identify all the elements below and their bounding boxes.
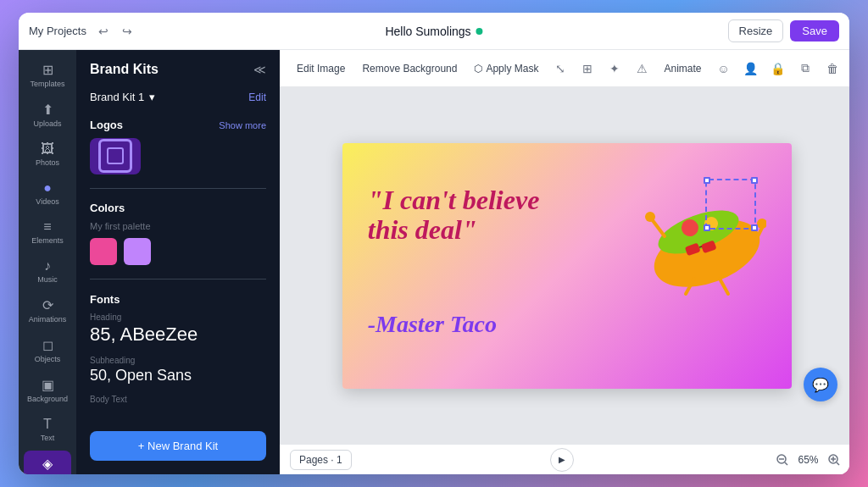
person-button[interactable]: 👤 <box>739 57 763 80</box>
logo-preview[interactable] <box>90 138 141 174</box>
color-swatches <box>90 238 266 265</box>
zoom-level: 65% <box>798 454 818 466</box>
sidebar-label-elements: Elements <box>31 236 64 245</box>
sidebar-label-text: Text <box>41 434 55 442</box>
svg-line-17 <box>837 462 839 465</box>
music-icon: ♪ <box>44 258 51 274</box>
bottom-bar: Pages · 1 ▶ 65% <box>280 444 849 474</box>
edit-image-button[interactable]: Edit Image <box>290 59 352 78</box>
swatch-purple[interactable] <box>124 238 151 265</box>
colors-section-header: Colors <box>76 191 280 221</box>
resize-button[interactable]: Resize <box>728 19 784 42</box>
lock-button[interactable]: 🔒 <box>766 57 790 80</box>
show-more-logos[interactable]: Show more <box>219 120 266 130</box>
elements-icon: ≡ <box>43 219 51 235</box>
svg-line-7 <box>652 219 665 236</box>
chat-button[interactable]: 💬 <box>804 368 837 401</box>
animations-icon: ⟳ <box>42 297 53 313</box>
new-brand-kit-button[interactable]: + New Brand Kit <box>90 431 266 461</box>
font-item-body: Body Text <box>90 395 266 404</box>
top-bar-right: Resize Save <box>728 19 839 42</box>
sidebar-item-music[interactable]: ♪ Music <box>24 253 71 289</box>
brand-kit-selector: Brand Kit 1 ▾ Edit <box>76 86 280 108</box>
undo-button[interactable]: ↩ <box>93 21 114 42</box>
apply-mask-button[interactable]: ⬡ Apply Mask <box>467 59 545 78</box>
undo-redo-group: ↩ ↪ <box>93 21 137 42</box>
handle-br <box>751 224 758 231</box>
sidebar-item-videos[interactable]: ● Videos <box>24 175 71 211</box>
toolbar-right: ☺ 👤 🔒 ⧉ 🗑 <box>712 57 844 80</box>
remove-bg-button[interactable]: Remove Background <box>355 59 464 78</box>
top-bar: My Projects ↩ ↪ Hello Sumolings Resize S… <box>19 13 849 50</box>
brand-kit-name[interactable]: Brand Kit 1 ▾ <box>90 91 155 103</box>
sidebar-item-text[interactable]: T Text <box>24 412 71 447</box>
canvas[interactable]: "I can't believe this deal" -Master Taco <box>342 143 792 389</box>
colors-section: My first palette <box>76 221 280 275</box>
editor-toolbar: Edit Image Remove Background ⬡ Apply Mas… <box>280 50 849 87</box>
uploads-icon: ⬆ <box>42 102 53 118</box>
sidebar-label-brand-kits: Brand Kits <box>30 473 65 474</box>
canvas-attribution: -Master Taco <box>368 311 497 338</box>
fonts-section: Heading 85, ABeeZee Subheading 50, Open … <box>76 313 280 424</box>
status-dot <box>476 28 483 35</box>
panel-header: Brand Kits ≪ <box>76 50 280 86</box>
sidebar-label-photos: Photos <box>36 158 59 167</box>
play-button[interactable]: ▶ <box>550 448 574 472</box>
main-content: ⊞ Templates ⬆ Uploads 🖼 Photos ● Videos … <box>19 50 849 474</box>
sidebar-item-photos[interactable]: 🖼 Photos <box>24 136 71 172</box>
subheading-value[interactable]: 50, Open Sans <box>90 367 266 385</box>
colors-title: Colors <box>90 202 125 214</box>
crop-button[interactable]: ⤡ <box>548 57 572 80</box>
logos-section-header: Logos Show more <box>76 108 280 138</box>
sidebar-item-elements[interactable]: ≡ Elements <box>24 214 71 250</box>
sidebar-item-background[interactable]: ▣ Background <box>24 372 71 408</box>
fonts-section-header: Fonts <box>76 283 280 313</box>
copy-button[interactable]: ⧉ <box>793 57 817 80</box>
handle-tr <box>751 177 758 184</box>
doc-title[interactable]: Hello Sumolings <box>385 25 470 38</box>
handle-bl <box>704 224 710 231</box>
sidebar: ⊞ Templates ⬆ Uploads 🖼 Photos ● Videos … <box>19 50 76 474</box>
svg-point-10 <box>757 219 766 229</box>
pages-button[interactable]: Pages · 1 <box>290 450 352 470</box>
canvas-area[interactable]: "I can't believe this deal" -Master Taco <box>280 87 849 444</box>
sidebar-item-objects[interactable]: ◻ Objects <box>24 332 71 368</box>
sidebar-item-templates[interactable]: ⊞ Templates <box>24 57 71 93</box>
selection-box <box>705 179 756 230</box>
save-button[interactable]: Save <box>790 20 839 42</box>
brand-kit-edit-button[interactable]: Edit <box>248 91 266 103</box>
divider-2 <box>90 279 266 279</box>
emoji-button[interactable]: ☺ <box>712 57 736 80</box>
sidebar-label-animations: Animations <box>29 315 67 324</box>
sidebar-item-brand-kits[interactable]: ◈ Brand Kits <box>24 451 71 474</box>
brand-kits-icon: ◈ <box>42 456 53 472</box>
sidebar-item-animations[interactable]: ⟳ Animations <box>24 292 71 329</box>
mask-icon: ⬡ <box>474 63 482 75</box>
zoom-in-button[interactable] <box>824 450 844 470</box>
delete-button[interactable]: 🗑 <box>821 57 844 80</box>
pattern-button[interactable]: ✦ <box>603 57 626 80</box>
objects-icon: ◻ <box>42 337 53 353</box>
svg-point-8 <box>645 212 655 222</box>
handle-tl <box>704 177 710 184</box>
sidebar-item-uploads[interactable]: ⬆ Uploads <box>24 97 71 133</box>
grid-button[interactable]: ⊞ <box>576 57 599 80</box>
sidebar-label-music: Music <box>37 275 58 284</box>
background-icon: ▣ <box>42 377 54 393</box>
text-icon: T <box>43 417 52 432</box>
zoom-out-button[interactable] <box>772 450 793 470</box>
fonts-title: Fonts <box>90 293 120 306</box>
swatch-pink[interactable] <box>90 238 117 265</box>
collapse-button[interactable]: ≪ <box>253 63 266 76</box>
redo-button[interactable]: ↪ <box>117 21 137 42</box>
photos-icon: 🖼 <box>41 141 54 157</box>
sidebar-label-uploads: Uploads <box>33 119 61 128</box>
editor-area: Edit Image Remove Background ⬡ Apply Mas… <box>280 50 849 474</box>
templates-icon: ⊞ <box>42 62 53 78</box>
svg-line-14 <box>785 462 787 465</box>
heading-value[interactable]: 85, ABeeZee <box>90 324 266 346</box>
palette-name: My first palette <box>90 221 266 231</box>
my-projects-link[interactable]: My Projects <box>29 25 86 37</box>
warning-button[interactable]: ⚠ <box>630 57 654 80</box>
animate-button[interactable]: Animate <box>657 59 708 78</box>
